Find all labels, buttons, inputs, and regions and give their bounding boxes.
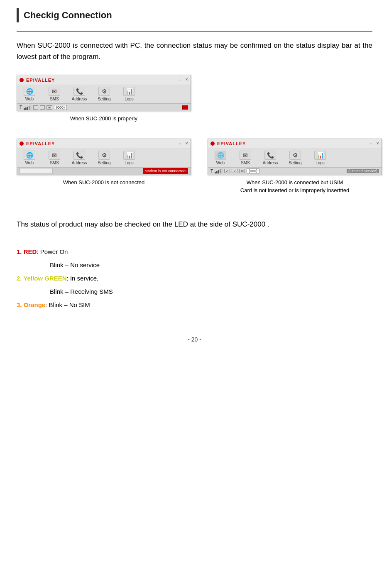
led-sub-blink-no-service: Blink – No service xyxy=(17,259,372,271)
logs-icon-dc: 📊 xyxy=(123,151,135,160)
lim-status-number: (000) xyxy=(247,168,259,173)
brand-name-dc: EPIVALLEY xyxy=(26,141,55,146)
close-btn-dc[interactable]: × xyxy=(186,141,188,147)
web-label-lim: Web xyxy=(216,161,225,165)
setting-label: Setting xyxy=(98,97,110,101)
web-btn-lim[interactable]: 🌐 Web xyxy=(212,151,229,165)
status-envelope: ✉ xyxy=(46,105,52,110)
lim-bar4 xyxy=(220,169,221,173)
lim-check2: ✓ xyxy=(232,169,237,173)
logs-btn-dc[interactable]: 📊 Logs xyxy=(121,151,137,165)
caption-not-connected: When SUC-2000 is not connected xyxy=(63,178,145,187)
gap1 xyxy=(17,126,372,139)
red-indicator xyxy=(182,105,188,110)
setting-icon-lim: ⚙ xyxy=(289,151,301,160)
screenshot-double-row: EPIVALLEY － × 🌐 Web ✉ SMS 📞 Addr xyxy=(17,139,372,195)
status-number: (000) xyxy=(54,105,67,110)
setting-label-lim: Setting xyxy=(289,161,301,165)
led-number-red: 1. RED xyxy=(17,248,37,255)
web-icon-lim: 🌐 xyxy=(215,151,226,160)
led-sub-blink-sms: Blink – Receiving SMS xyxy=(17,285,372,298)
minimize-btn-lim[interactable]: － xyxy=(369,141,373,147)
caption-proper: When SUC-2000 is properly xyxy=(70,115,137,123)
lim-envelope: ✉ xyxy=(239,169,245,173)
screenshot-not-connected: EPIVALLEY － × 🌐 Web ✉ SMS 📞 Addr xyxy=(17,139,191,195)
lim-check1: ✓ xyxy=(224,169,230,173)
lim-bar5 xyxy=(221,168,223,173)
screenshot-proper: EPIVALLEY － × 🌐 Web ✉ SMS 📞 xyxy=(17,75,191,123)
signal-t-lim: T xyxy=(210,169,213,173)
setting-btn-lim[interactable]: ⚙ Setting xyxy=(287,151,303,165)
logs-btn-lim[interactable]: 📊 Logs xyxy=(312,151,328,165)
logs-btn[interactable]: 📊 Logs xyxy=(121,87,137,101)
web-btn-dc[interactable]: 🌐 Web xyxy=(21,151,38,165)
app-window-proper: EPIVALLEY － × 🌐 Web ✉ SMS 📞 xyxy=(17,75,191,111)
titlebar-limited: EPIVALLEY － × xyxy=(208,139,382,149)
screenshot-single-row: EPIVALLEY － × 🌐 Web ✉ SMS 📞 xyxy=(17,75,372,123)
minimize-btn[interactable]: － xyxy=(178,77,182,83)
setting-icon: ⚙ xyxy=(98,87,110,96)
led-number-yg: 2. Yellow GREEN xyxy=(17,275,67,282)
setting-label-dc: Setting xyxy=(98,161,110,165)
sms-btn[interactable]: ✉ SMS xyxy=(46,87,63,101)
caption-line2: Card is not inserted or is improperly in… xyxy=(240,187,349,193)
logs-icon-lim: 📊 xyxy=(314,151,326,160)
gap2 xyxy=(17,198,372,219)
screenshot-limited: EPIVALLEY － × 🌐 Web ✉ SMS 📞 Addr xyxy=(208,139,382,195)
address-btn-lim[interactable]: 📞 Address xyxy=(262,151,279,165)
bar4 xyxy=(29,106,30,110)
empty-status xyxy=(20,168,53,174)
address-btn[interactable]: 📞 Address xyxy=(71,87,88,101)
logs-icon: 📊 xyxy=(123,87,135,96)
led-item-orange: 3. Orange: Blink – No SIM xyxy=(17,299,372,311)
address-icon: 📞 xyxy=(73,87,85,96)
led-item-red: 1. RED: Power On xyxy=(17,246,372,258)
web-icon: 🌐 xyxy=(24,87,35,96)
sms-btn-lim[interactable]: ✉ SMS xyxy=(237,151,254,165)
bar3 xyxy=(27,107,28,110)
brand-dot-dc xyxy=(20,142,24,146)
lim-bar1 xyxy=(215,172,216,173)
web-label-dc: Web xyxy=(25,161,34,165)
app-window-disconnected: EPIVALLEY － × 🌐 Web ✉ SMS 📞 Addr xyxy=(17,139,191,175)
led-number-orange: 3. Orange xyxy=(17,301,45,308)
bar1 xyxy=(24,108,25,110)
setting-btn-dc[interactable]: ⚙ Setting xyxy=(96,151,113,165)
led-item-yellow-green: 2. Yellow GREEN: In service, xyxy=(17,272,372,285)
titlebar-controls: － × xyxy=(178,77,188,83)
statusbar-dc: Modem is not connected! xyxy=(17,167,191,175)
led-blink-sms: Blink – Receiving SMS xyxy=(50,288,113,295)
led-list: 1. RED: Power On Blink – No service 2. Y… xyxy=(17,246,372,311)
signal-t: T xyxy=(20,105,22,110)
setting-btn[interactable]: ⚙ Setting xyxy=(96,87,113,101)
sms-label-lim: SMS xyxy=(241,161,250,165)
brand-name-lim: EPIVALLEY xyxy=(217,141,246,146)
statusbar-proper: T ✉ (000) xyxy=(17,103,191,111)
toolbar-lim: 🌐 Web ✉ SMS 📞 Address ⚙ Setting 📊 L xyxy=(208,149,382,167)
status-box1 xyxy=(33,105,38,110)
web-btn[interactable]: 🌐 Web xyxy=(21,87,38,101)
page-title: Checkig Connection xyxy=(24,8,112,22)
titlebar-left: EPIVALLEY xyxy=(20,78,55,83)
address-label-dc: Address xyxy=(72,161,87,165)
web-label: Web xyxy=(25,97,34,101)
bar2 xyxy=(25,107,27,110)
lim-bar2 xyxy=(216,171,218,173)
close-btn-lim[interactable]: × xyxy=(377,141,379,147)
setting-icon-dc: ⚙ xyxy=(98,151,110,160)
logs-label-dc: Logs xyxy=(125,161,134,165)
sms-btn-dc[interactable]: ✉ SMS xyxy=(46,151,63,165)
address-icon-lim: 📞 xyxy=(264,151,276,160)
led-blink-no-svc: Blink – No service xyxy=(50,261,100,268)
caption-line1: When SUC-2000 is connected but USIM xyxy=(247,179,343,185)
sms-label-dc: SMS xyxy=(50,161,59,165)
close-btn[interactable]: × xyxy=(186,77,188,83)
titlebar-left-lim: EPIVALLEY xyxy=(210,141,246,146)
logs-label: Logs xyxy=(125,97,134,101)
minimize-btn-dc[interactable]: － xyxy=(178,141,182,147)
title-underline xyxy=(17,31,372,32)
app-window-limited: EPIVALLEY － × 🌐 Web ✉ SMS 📞 Addr xyxy=(208,139,382,175)
address-btn-dc[interactable]: 📞 Address xyxy=(71,151,88,165)
error-msg: Modem is not connected! xyxy=(143,168,188,174)
brand-name: EPIVALLEY xyxy=(26,78,55,83)
